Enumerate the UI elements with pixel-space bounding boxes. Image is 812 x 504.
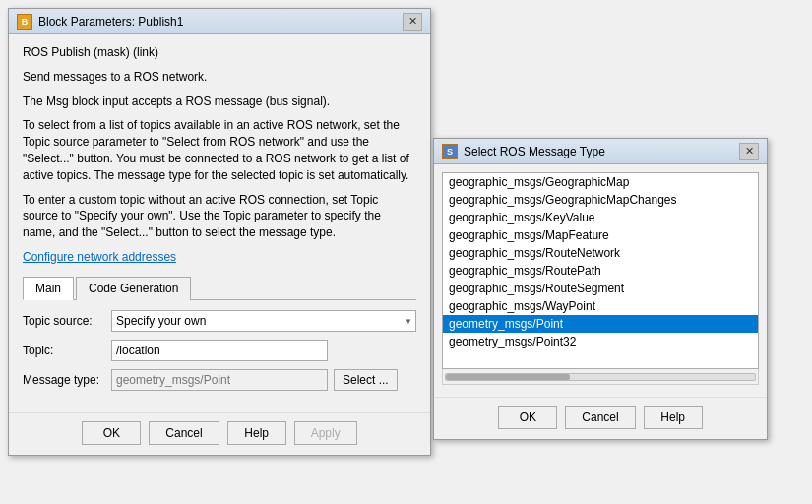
select-dialog-buttons: OK Cancel Help <box>434 397 767 439</box>
select-cancel-button[interactable]: Cancel <box>565 406 635 429</box>
heading1: ROS Publish (mask) (link) <box>23 44 416 61</box>
main-dialog-buttons: OK Cancel Help Apply <box>9 412 430 455</box>
tab-main[interactable]: Main <box>23 277 74 300</box>
topic-row: Topic: <box>23 340 416 361</box>
main-dialog-close-button[interactable]: ✕ <box>403 13 422 31</box>
message-type-select-button[interactable]: Select ... <box>334 369 398 391</box>
listbox-item[interactable]: geographic_msgs/GeographicMap <box>443 173 758 191</box>
tab-bar: Main Code Generation <box>23 276 416 300</box>
topic-source-label: Topic source: <box>23 314 111 328</box>
description3: To select from a list of topics availabl… <box>23 117 416 183</box>
message-type-label: Message type: <box>23 373 111 387</box>
description4: To enter a custom topic without an activ… <box>23 192 416 241</box>
horizontal-scrollbar[interactable] <box>442 369 759 385</box>
description1: Send messages to a ROS network. <box>23 69 416 86</box>
main-help-button[interactable]: Help <box>227 421 286 445</box>
configure-network-link[interactable]: Configure network addresses <box>23 250 176 264</box>
select-dialog-close-button[interactable]: ✕ <box>739 143 759 160</box>
message-type-row: Message type: Select ... <box>23 369 416 391</box>
select-ok-button[interactable]: OK <box>498 406 557 429</box>
listbox-item[interactable]: geographic_msgs/MapFeature <box>443 226 758 244</box>
select-help-button[interactable]: Help <box>644 406 703 429</box>
tab-code-generation[interactable]: Code Generation <box>76 277 191 300</box>
listbox-item[interactable]: geographic_msgs/GeographicMapChanges <box>443 191 758 209</box>
select-dialog-titlebar: S Select ROS Message Type ✕ <box>434 139 767 164</box>
listbox-item[interactable]: geometry_msgs/Point <box>443 315 758 333</box>
listbox-item[interactable]: geographic_msgs/RoutePath <box>443 262 758 280</box>
topic-input[interactable] <box>111 340 328 361</box>
description2: The Msg block input accepts a ROS messag… <box>23 94 416 110</box>
main-ok-button[interactable]: OK <box>82 421 141 445</box>
select-dialog-title: Select ROS Message Type <box>464 145 605 158</box>
select-dialog-content: geographic_msgs/GeographicMapgeographic_… <box>434 164 767 393</box>
main-dialog: B Block Parameters: Publish1 ✕ ROS Publi… <box>8 8 431 456</box>
main-cancel-button[interactable]: Cancel <box>149 421 219 445</box>
main-apply-button[interactable]: Apply <box>294 421 357 445</box>
configure-link: Configure network addresses <box>23 249 416 266</box>
main-dialog-icon: B <box>17 14 32 30</box>
listbox-item[interactable]: geometry_msgs/Point32 <box>443 333 758 350</box>
topic-source-select[interactable]: Specify your own Select from ROS network <box>111 310 416 332</box>
listbox-item[interactable]: geographic_msgs/RouteNetwork <box>443 244 758 262</box>
listbox-item[interactable]: geographic_msgs/KeyValue <box>443 209 758 226</box>
message-type-input <box>111 369 328 391</box>
main-dialog-title: Block Parameters: Publish1 <box>38 15 183 29</box>
listbox-item[interactable]: geographic_msgs/RouteSegment <box>443 280 758 297</box>
select-dialog: S Select ROS Message Type ✕ geographic_m… <box>433 138 768 440</box>
main-dialog-titlebar: B Block Parameters: Publish1 ✕ <box>9 9 430 34</box>
message-type-listbox[interactable]: geographic_msgs/GeographicMapgeographic_… <box>442 172 759 369</box>
topic-label: Topic: <box>23 344 111 357</box>
listbox-item[interactable]: geographic_msgs/WayPoint <box>443 297 758 315</box>
topic-source-row: Topic source: Specify your own Select fr… <box>23 310 416 332</box>
main-dialog-content: ROS Publish (mask) (link) Send messages … <box>9 34 430 409</box>
select-dialog-icon: S <box>442 144 458 159</box>
